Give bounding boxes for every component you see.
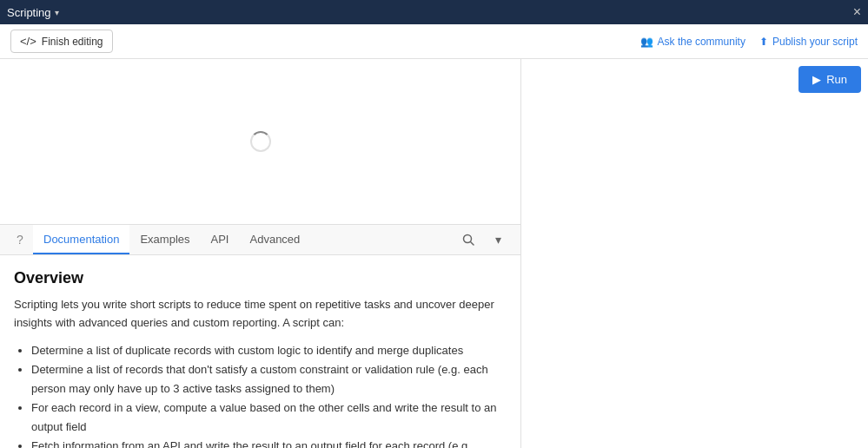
tabs-left: Documentation Examples API Advanced (33, 225, 456, 254)
close-button[interactable]: × (853, 5, 861, 19)
publish-icon: ⬆ (759, 36, 768, 48)
svg-line-1 (471, 242, 474, 246)
list-item: Fetch information from an API and write … (31, 437, 507, 448)
community-icon: 👥 (640, 36, 653, 48)
tab-api[interactable]: API (201, 225, 240, 254)
finish-editing-button[interactable]: </> Finish editing (10, 30, 113, 53)
overview-list: Determine a list of duplicate records wi… (31, 341, 507, 448)
tab-documentation[interactable]: Documentation (33, 225, 129, 254)
titlebar: Scripting ▾ × (0, 0, 868, 24)
tab-documentation-label: Documentation (43, 233, 119, 246)
app-title: Scripting (7, 6, 51, 19)
list-item: For each record in a view, compute a val… (31, 399, 507, 437)
tabs-bar: ? Documentation Examples API Advanced (0, 224, 520, 255)
left-panel: ? Documentation Examples API Advanced (0, 59, 521, 448)
list-item: Determine a list of records that don't s… (31, 360, 507, 399)
tab-examples-label: Examples (140, 233, 189, 246)
publish-script-label: Publish your script (772, 36, 858, 48)
chevron-down-icon: ▾ (495, 233, 501, 247)
ask-community-link[interactable]: 👥 Ask the community (640, 36, 745, 48)
finish-editing-label: Finish editing (42, 36, 103, 48)
titlebar-left: Scripting ▾ (7, 6, 59, 19)
search-icon (462, 234, 474, 246)
tab-examples[interactable]: Examples (129, 225, 200, 254)
toolbar-right: 👥 Ask the community ⬆ Publish your scrip… (640, 36, 858, 48)
run-button[interactable]: ▶ Run (798, 66, 861, 93)
ask-community-label: Ask the community (658, 36, 745, 48)
overview-paragraph: Scripting lets you write short scripts t… (14, 296, 507, 333)
publish-script-link[interactable]: ⬆ Publish your script (759, 36, 858, 48)
tab-api-label: API (211, 233, 229, 246)
titlebar-chevron-icon[interactable]: ▾ (55, 8, 59, 17)
tabs-right: ▾ (456, 225, 514, 254)
code-icon: </> (20, 35, 36, 48)
loading-spinner (250, 131, 271, 152)
help-icon[interactable]: ? (7, 225, 33, 254)
tab-advanced[interactable]: Advanced (240, 225, 311, 254)
overview-heading: Overview (14, 269, 507, 287)
search-tab-button[interactable] (456, 227, 480, 252)
chevron-down-button[interactable]: ▾ (486, 227, 510, 252)
main-layout: ? Documentation Examples API Advanced (0, 59, 868, 448)
doc-content[interactable]: Overview Scripting lets you write short … (0, 255, 520, 448)
run-label: Run (826, 73, 847, 86)
run-icon: ▶ (812, 73, 821, 86)
right-panel: ▶ Run (521, 59, 868, 448)
tab-advanced-label: Advanced (250, 233, 301, 246)
editor-area[interactable] (0, 59, 520, 224)
list-item: Determine a list of duplicate records wi… (31, 341, 507, 360)
toolbar: </> Finish editing 👥 Ask the community ⬆… (0, 24, 868, 59)
